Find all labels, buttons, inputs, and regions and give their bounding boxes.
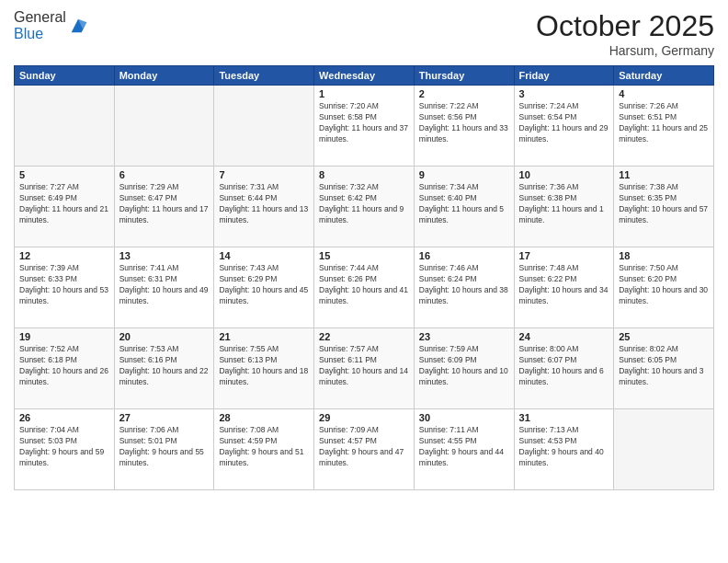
day-number: 28: [219, 412, 309, 423]
day-info: Sunrise: 7:39 AM Sunset: 6:33 PM Dayligh…: [19, 263, 109, 307]
calendar-table: Sunday Monday Tuesday Wednesday Thursday…: [14, 65, 714, 490]
title-block: October 2025 Harsum, Germany: [536, 9, 714, 58]
table-row: 29Sunrise: 7:09 AM Sunset: 4:57 PM Dayli…: [314, 409, 415, 490]
day-number: 7: [219, 169, 309, 180]
day-number: 5: [19, 169, 109, 180]
calendar-week-row: 12Sunrise: 7:39 AM Sunset: 6:33 PM Dayli…: [15, 247, 714, 328]
day-number: 30: [419, 412, 509, 423]
day-number: 12: [19, 250, 109, 261]
col-thursday: Thursday: [414, 66, 514, 86]
day-info: Sunrise: 7:55 AM Sunset: 6:13 PM Dayligh…: [219, 344, 309, 388]
calendar-week-row: 26Sunrise: 7:04 AM Sunset: 5:03 PM Dayli…: [15, 409, 714, 490]
day-number: 27: [119, 412, 210, 423]
day-info: Sunrise: 7:08 AM Sunset: 4:59 PM Dayligh…: [219, 425, 309, 469]
table-row: 14Sunrise: 7:43 AM Sunset: 6:29 PM Dayli…: [214, 247, 314, 328]
day-number: 31: [519, 412, 609, 423]
day-info: Sunrise: 7:26 AM Sunset: 6:51 PM Dayligh…: [619, 101, 709, 145]
day-info: Sunrise: 8:02 AM Sunset: 6:05 PM Dayligh…: [619, 344, 709, 388]
table-row: 31Sunrise: 7:13 AM Sunset: 4:53 PM Dayli…: [514, 409, 614, 490]
day-info: Sunrise: 7:38 AM Sunset: 6:35 PM Dayligh…: [619, 182, 709, 226]
table-row: [214, 86, 314, 167]
col-tuesday: Tuesday: [214, 66, 314, 86]
day-number: 14: [219, 250, 309, 261]
table-row: 15Sunrise: 7:44 AM Sunset: 6:26 PM Dayli…: [314, 247, 415, 328]
day-info: Sunrise: 7:09 AM Sunset: 4:57 PM Dayligh…: [319, 425, 409, 469]
day-info: Sunrise: 8:00 AM Sunset: 6:07 PM Dayligh…: [519, 344, 609, 388]
day-number: 2: [419, 88, 509, 99]
table-row: 5Sunrise: 7:27 AM Sunset: 6:49 PM Daylig…: [15, 167, 115, 247]
day-info: Sunrise: 7:29 AM Sunset: 6:47 PM Dayligh…: [119, 182, 210, 226]
day-info: Sunrise: 7:48 AM Sunset: 6:22 PM Dayligh…: [519, 263, 609, 307]
day-number: 24: [519, 331, 609, 342]
table-row: 12Sunrise: 7:39 AM Sunset: 6:33 PM Dayli…: [15, 247, 115, 328]
table-row: 13Sunrise: 7:41 AM Sunset: 6:31 PM Dayli…: [114, 247, 214, 328]
table-row: [15, 86, 115, 167]
col-saturday: Saturday: [614, 66, 714, 86]
table-row: 4Sunrise: 7:26 AM Sunset: 6:51 PM Daylig…: [614, 86, 714, 167]
logo-text: General Blue: [14, 9, 66, 42]
table-row: 2Sunrise: 7:22 AM Sunset: 6:56 PM Daylig…: [414, 86, 514, 167]
day-number: 1: [319, 88, 409, 99]
day-info: Sunrise: 7:52 AM Sunset: 6:18 PM Dayligh…: [19, 344, 109, 388]
day-info: Sunrise: 7:43 AM Sunset: 6:29 PM Dayligh…: [219, 263, 309, 307]
day-number: 18: [619, 250, 709, 261]
table-row: [114, 86, 214, 167]
day-info: Sunrise: 7:31 AM Sunset: 6:44 PM Dayligh…: [219, 182, 309, 226]
day-info: Sunrise: 7:57 AM Sunset: 6:11 PM Dayligh…: [319, 344, 409, 388]
header: General Blue October 2025 Harsum, German…: [14, 9, 714, 58]
day-info: Sunrise: 7:41 AM Sunset: 6:31 PM Dayligh…: [119, 263, 210, 307]
day-number: 11: [619, 169, 709, 180]
table-row: 24Sunrise: 8:00 AM Sunset: 6:07 PM Dayli…: [514, 328, 614, 409]
table-row: 26Sunrise: 7:04 AM Sunset: 5:03 PM Dayli…: [15, 409, 115, 490]
day-number: 17: [519, 250, 609, 261]
table-row: [614, 409, 714, 490]
location: Harsum, Germany: [536, 43, 714, 58]
day-info: Sunrise: 7:46 AM Sunset: 6:24 PM Dayligh…: [419, 263, 509, 307]
month-title: October 2025: [536, 9, 714, 43]
table-row: 22Sunrise: 7:57 AM Sunset: 6:11 PM Dayli…: [314, 328, 415, 409]
table-row: 20Sunrise: 7:53 AM Sunset: 6:16 PM Dayli…: [114, 328, 214, 409]
day-info: Sunrise: 7:50 AM Sunset: 6:20 PM Dayligh…: [619, 263, 709, 307]
table-row: 30Sunrise: 7:11 AM Sunset: 4:55 PM Dayli…: [414, 409, 514, 490]
col-sunday: Sunday: [15, 66, 115, 86]
day-info: Sunrise: 7:36 AM Sunset: 6:38 PM Dayligh…: [519, 182, 609, 226]
table-row: 7Sunrise: 7:31 AM Sunset: 6:44 PM Daylig…: [214, 167, 314, 247]
day-number: 3: [519, 88, 609, 99]
day-info: Sunrise: 7:11 AM Sunset: 4:55 PM Dayligh…: [419, 425, 509, 469]
page: General Blue October 2025 Harsum, German…: [0, 0, 728, 563]
day-number: 13: [119, 250, 210, 261]
day-info: Sunrise: 7:34 AM Sunset: 6:40 PM Dayligh…: [419, 182, 509, 226]
day-info: Sunrise: 7:24 AM Sunset: 6:54 PM Dayligh…: [519, 101, 609, 145]
table-row: 6Sunrise: 7:29 AM Sunset: 6:47 PM Daylig…: [114, 167, 214, 247]
table-row: 25Sunrise: 8:02 AM Sunset: 6:05 PM Dayli…: [614, 328, 714, 409]
table-row: 28Sunrise: 7:08 AM Sunset: 4:59 PM Dayli…: [214, 409, 314, 490]
day-number: 8: [319, 169, 409, 180]
day-number: 4: [619, 88, 709, 99]
table-row: 11Sunrise: 7:38 AM Sunset: 6:35 PM Dayli…: [614, 167, 714, 247]
day-number: 21: [219, 331, 309, 342]
calendar-week-row: 5Sunrise: 7:27 AM Sunset: 6:49 PM Daylig…: [15, 167, 714, 247]
day-number: 22: [319, 331, 409, 342]
table-row: 16Sunrise: 7:46 AM Sunset: 6:24 PM Dayli…: [414, 247, 514, 328]
calendar-week-row: 1Sunrise: 7:20 AM Sunset: 6:58 PM Daylig…: [15, 86, 714, 167]
day-info: Sunrise: 7:04 AM Sunset: 5:03 PM Dayligh…: [19, 425, 109, 469]
col-friday: Friday: [514, 66, 614, 86]
logo: General Blue: [14, 9, 88, 42]
table-row: 27Sunrise: 7:06 AM Sunset: 5:01 PM Dayli…: [114, 409, 214, 490]
table-row: 10Sunrise: 7:36 AM Sunset: 6:38 PM Dayli…: [514, 167, 614, 247]
logo-icon: [68, 16, 88, 36]
table-row: 9Sunrise: 7:34 AM Sunset: 6:40 PM Daylig…: [414, 167, 514, 247]
table-row: 23Sunrise: 7:59 AM Sunset: 6:09 PM Dayli…: [414, 328, 514, 409]
table-row: 18Sunrise: 7:50 AM Sunset: 6:20 PM Dayli…: [614, 247, 714, 328]
col-wednesday: Wednesday: [314, 66, 415, 86]
day-number: 6: [119, 169, 210, 180]
day-number: 15: [319, 250, 409, 261]
table-row: 17Sunrise: 7:48 AM Sunset: 6:22 PM Dayli…: [514, 247, 614, 328]
day-number: 19: [19, 331, 109, 342]
calendar-week-row: 19Sunrise: 7:52 AM Sunset: 6:18 PM Dayli…: [15, 328, 714, 409]
day-info: Sunrise: 7:59 AM Sunset: 6:09 PM Dayligh…: [419, 344, 509, 388]
day-info: Sunrise: 7:53 AM Sunset: 6:16 PM Dayligh…: [119, 344, 210, 388]
table-row: 3Sunrise: 7:24 AM Sunset: 6:54 PM Daylig…: [514, 86, 614, 167]
day-number: 10: [519, 169, 609, 180]
calendar-header-row: Sunday Monday Tuesday Wednesday Thursday…: [15, 66, 714, 86]
